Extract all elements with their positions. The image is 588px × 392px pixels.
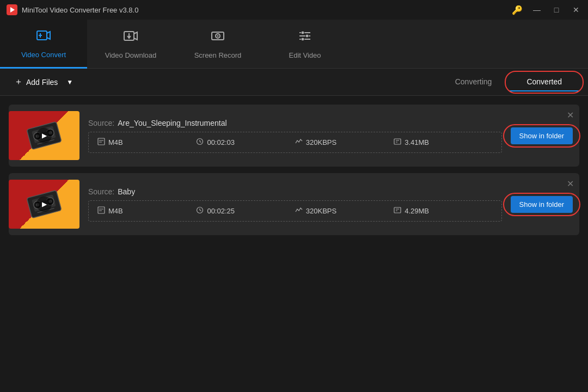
nav-video-download-label: Video Download <box>105 51 156 59</box>
format-2: M4B <box>97 206 196 216</box>
format-1: M4B <box>97 138 196 147</box>
nav-video-convert-label: Video Convert <box>21 51 66 59</box>
screen-record-icon <box>210 28 225 47</box>
duration-value-2: 00:02:25 <box>207 207 235 215</box>
bitrate-icon-2 <box>295 206 303 216</box>
play-overlay-2[interactable]: ▶ <box>36 197 52 212</box>
svg-rect-30 <box>394 139 401 144</box>
titlebar-controls: 🔑 — □ ✕ <box>512 4 581 15</box>
nav-edit-video-label: Edit Video <box>289 51 321 59</box>
file-source-1: Source: Are_You_Sleeping_Instrumental <box>88 119 502 127</box>
source-label-1: Source: <box>88 119 114 127</box>
duration-value-1: 00:02:03 <box>207 138 235 146</box>
format-icon-1 <box>97 138 105 147</box>
svg-point-15 <box>301 38 304 41</box>
nav-screen-record[interactable]: Screen Record <box>174 20 261 69</box>
duration-icon-2 <box>196 206 204 216</box>
format-value-2: M4B <box>108 207 123 215</box>
navbar: Video Convert Video Download Screen Reco… <box>0 20 588 69</box>
video-download-icon <box>123 28 138 47</box>
show-in-folder-button-1[interactable]: Show in folder <box>511 127 573 144</box>
svg-point-9 <box>217 35 219 37</box>
close-card-button-2[interactable]: ✕ <box>567 179 574 189</box>
size-1: 3.41MB <box>394 138 492 147</box>
size-2: 4.29MB <box>394 206 492 216</box>
file-details-2: M4B 00:02:25 320KBPS <box>88 200 502 222</box>
size-icon-2 <box>394 206 401 216</box>
duration-2: 00:02:25 <box>196 206 295 216</box>
file-card-1: ▶ Source: Are_You_Sleeping_Instrumental … <box>9 105 579 167</box>
tab-converted-wrapper: Converted <box>509 73 579 91</box>
size-icon-1 <box>394 138 401 147</box>
bitrate-2: 320KBPS <box>295 206 394 216</box>
minimize-button[interactable]: — <box>531 4 542 15</box>
edit-video-icon <box>297 28 313 47</box>
bitrate-value-2: 320KBPS <box>306 207 336 215</box>
file-thumb-1[interactable]: ▶ <box>9 111 79 160</box>
show-folder-wrapper-2: Show in folder <box>502 196 573 213</box>
tab-converting[interactable]: Converting <box>438 73 510 91</box>
add-files-icon: ＋ <box>14 76 23 88</box>
titlebar-left: MiniTool Video Converter Free v3.8.0 <box>7 4 138 15</box>
add-files-dropdown[interactable]: ▼ <box>63 75 76 89</box>
toolbar: ＋ Add Files ▼ Converting Converted <box>0 69 588 96</box>
tabs: Converting Converted <box>438 73 579 91</box>
svg-rect-41 <box>98 207 105 213</box>
format-icon-2 <box>97 206 105 216</box>
file-details-1: M4B 00:02:03 320KBPS <box>88 132 502 153</box>
svg-rect-24 <box>98 138 105 145</box>
bitrate-1: 320KBPS <box>295 138 394 147</box>
nav-screen-record-label: Screen Record <box>194 51 242 59</box>
source-label-2: Source: <box>88 187 114 196</box>
app-logo <box>7 4 17 15</box>
app-title: MiniTool Video Converter Free v3.8.0 <box>22 6 138 14</box>
play-overlay-1[interactable]: ▶ <box>36 128 52 143</box>
nav-video-download[interactable]: Video Download <box>87 20 174 69</box>
close-card-button-1[interactable]: ✕ <box>567 110 574 120</box>
show-folder-wrapper-1: Show in folder <box>502 127 573 144</box>
file-card-2: ▶ Source: Baby M4B 00:02:25 <box>9 173 579 235</box>
source-name-1: Are_You_Sleeping_Instrumental <box>118 119 226 127</box>
size-value-1: 3.41MB <box>405 138 429 146</box>
nav-edit-video[interactable]: Edit Video <box>261 20 348 69</box>
size-value-2: 4.29MB <box>405 207 429 215</box>
file-thumb-2[interactable]: ▶ <box>9 180 79 229</box>
content-area: ▶ Source: Are_You_Sleeping_Instrumental … <box>0 96 588 244</box>
video-convert-icon <box>36 28 51 46</box>
titlebar: MiniTool Video Converter Free v3.8.0 🔑 —… <box>0 0 588 20</box>
svg-rect-47 <box>394 207 401 213</box>
file-source-2: Source: Baby <box>88 187 502 196</box>
duration-1: 00:02:03 <box>196 138 295 147</box>
show-in-folder-button-2[interactable]: Show in folder <box>511 196 573 213</box>
add-files-label: Add Files <box>26 78 58 87</box>
tab-converted[interactable]: Converted <box>509 73 579 91</box>
nav-video-convert[interactable]: Video Convert <box>0 20 87 69</box>
svg-line-29 <box>200 142 201 143</box>
file-info-1: Source: Are_You_Sleeping_Instrumental M4… <box>88 119 502 153</box>
add-files-button[interactable]: ＋ Add Files <box>9 73 63 91</box>
file-info-2: Source: Baby M4B 00:02:25 <box>88 187 502 222</box>
maximize-button[interactable]: □ <box>551 4 562 15</box>
svg-point-13 <box>301 31 304 34</box>
svg-point-14 <box>305 34 309 38</box>
duration-icon-1 <box>196 138 204 147</box>
bitrate-icon-1 <box>295 138 303 147</box>
source-name-2: Baby <box>118 187 135 196</box>
close-button[interactable]: ✕ <box>571 4 581 15</box>
bitrate-value-1: 320KBPS <box>306 138 336 146</box>
key-icon[interactable]: 🔑 <box>512 5 523 15</box>
svg-line-46 <box>200 210 201 211</box>
format-value-1: M4B <box>108 138 123 146</box>
